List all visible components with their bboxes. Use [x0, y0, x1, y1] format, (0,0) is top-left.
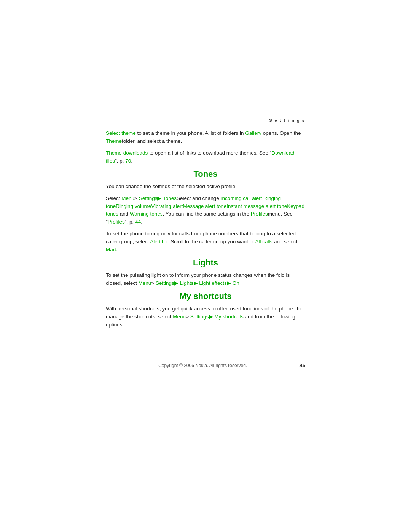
tones-intro: You can change the settings of the selec… [106, 183, 305, 191]
tones-settings-link[interactable]: Settings [139, 195, 158, 201]
incoming-call-link[interactable]: Incoming call alert [221, 195, 262, 201]
shortcuts-arrow1: > [186, 314, 190, 320]
caller-period: . [117, 247, 119, 252]
tones-middle: . You can find the same settings in the [163, 211, 251, 217]
content-area: S e t t i n g s Select theme to set a th… [106, 118, 305, 333]
theme-link[interactable]: Theme [106, 138, 122, 144]
tones-end2: ", p. [125, 219, 135, 225]
select-theme-paragraph: Select theme to set a theme in your phon… [106, 129, 305, 145]
lights-on-link[interactable]: On [233, 280, 239, 286]
alert-for-link[interactable]: Alert for [150, 239, 168, 244]
lights-paragraph: To set the pulsating light on to inform … [106, 272, 305, 288]
tones-period: . [141, 219, 142, 225]
lights-arrow2: ▶ [174, 280, 180, 286]
tones-link[interactable]: Tones [163, 195, 177, 201]
shortcuts-settings-link[interactable]: Settings [190, 314, 209, 320]
select-theme-link[interactable]: Select theme [106, 130, 136, 136]
page: S e t t i n g s Select theme to set a th… [0, 0, 411, 532]
profiles-page[interactable]: 44 [135, 219, 141, 225]
light-effects-link[interactable]: Light effects [199, 280, 227, 286]
my-shortcuts-link[interactable]: My shortcuts [214, 314, 244, 320]
select-theme-rest: to set a theme in your phone. A list of … [136, 130, 245, 136]
theme-downloads-link[interactable]: Theme downloads [106, 150, 148, 156]
instant-msg-link[interactable]: Instant message alert tone [226, 203, 287, 209]
tones-arrow2: ▶ [157, 195, 163, 201]
lights-arrow3: ▶ [194, 280, 199, 286]
warning-tones-link[interactable]: Warning tones [130, 211, 163, 217]
tones-arrow1: > [134, 195, 139, 201]
ringing-vol-link[interactable]: Ringing volume [116, 203, 151, 209]
caller-end: and select [272, 239, 297, 244]
profiles-menu-link[interactable]: Profiles [251, 211, 268, 217]
caller-mid: . Scroll to the caller group you want or [168, 239, 255, 244]
theme-downloads-rest: to open a list of links to download more… [148, 150, 269, 156]
my-shortcuts-heading: My shortcuts [106, 291, 305, 301]
tones-menu-link[interactable]: Menu [121, 195, 134, 201]
tones-and: and [118, 211, 130, 217]
footer: Copyright © 2006 Nokia. All rights reser… [106, 363, 305, 368]
footer-page-number: 45 [300, 363, 305, 368]
lights-heading: Lights [106, 258, 305, 268]
all-calls-link[interactable]: All calls [255, 239, 272, 244]
gallery-link[interactable]: Gallery [245, 130, 261, 136]
theme-page-link[interactable]: 70 [125, 158, 131, 164]
caller-group-paragraph: To set the phone to ring only for calls … [106, 230, 305, 254]
settings-label: S e t t i n g s [106, 118, 305, 123]
shortcuts-arrow2: ▶ [209, 314, 215, 320]
lights-lights-link[interactable]: Lights [180, 280, 194, 286]
lights-arrow4: ▶ [227, 280, 233, 286]
tones-select-and: Select and change [177, 195, 221, 201]
theme-downloads-paragraph: Theme downloads to open a list of links … [106, 149, 305, 165]
my-shortcuts-paragraph: With personal shortcuts, you get quick a… [106, 305, 305, 329]
select-theme-tail: folder, and select a theme. [122, 138, 182, 144]
message-alert-link[interactable]: Message alert tone [183, 203, 226, 209]
profiles-link2[interactable]: Profiles [108, 219, 125, 225]
footer-copyright: Copyright © 2006 Nokia. All rights reser… [106, 363, 300, 368]
lights-arrow1: > [151, 280, 156, 286]
vibrating-link[interactable]: Vibrating alert [151, 203, 183, 209]
lights-menu-link[interactable]: Menu [139, 280, 151, 286]
tones-heading: Tones [106, 169, 305, 179]
select-theme-end: opens. Open the [261, 130, 301, 136]
theme-period: . [131, 158, 132, 164]
mark-link[interactable]: Mark [106, 247, 117, 252]
select-text: Select [106, 195, 121, 201]
lights-settings-link[interactable]: Settings [156, 280, 174, 286]
tones-select-paragraph: Select Menu> Settings▶ TonesSelect and c… [106, 195, 305, 227]
theme-downloads-comma: , p. [117, 158, 126, 164]
shortcuts-menu-link[interactable]: Menu [173, 314, 186, 320]
